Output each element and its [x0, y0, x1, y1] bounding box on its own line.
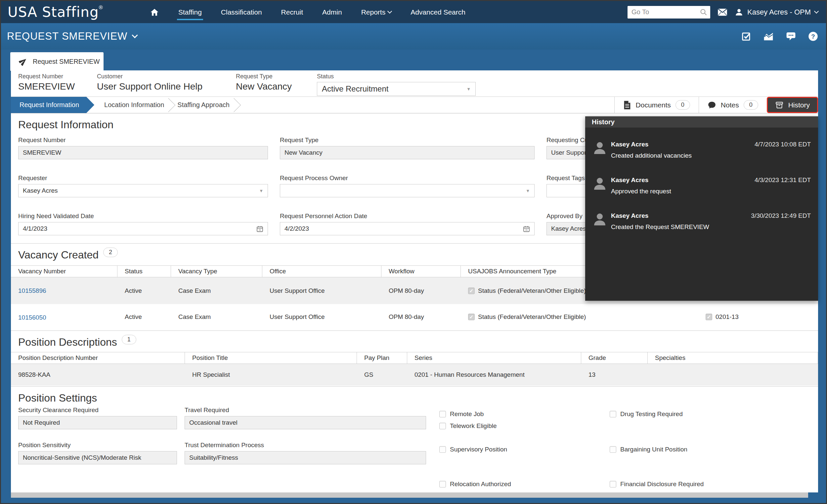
nav-admin[interactable]: Admin: [322, 8, 342, 16]
hiring-need-validated-date-field[interactable]: 4/1/2023 31: [18, 222, 268, 235]
history-entry: Kasey Acres Created additional vacancies…: [585, 137, 818, 172]
home-icon[interactable]: [150, 8, 159, 17]
vacancy-col-header: Vacancy Type: [171, 265, 262, 277]
checked-checkbox: ✓: [706, 314, 712, 320]
checkbox[interactable]: [439, 423, 446, 429]
request-number-label: Request Number: [18, 136, 268, 144]
tab-request-information[interactable]: Request Information: [11, 97, 94, 113]
pd-number: 98528-KAA: [11, 364, 185, 386]
history-entry-action: Created the Request SMEREVIEW: [611, 223, 810, 231]
summary-status-label: Status: [317, 73, 476, 80]
pd-pay-plan: GS: [357, 364, 407, 386]
vacancy-col-header: Workflow: [381, 265, 461, 277]
history-button[interactable]: History: [767, 97, 818, 113]
requester-select[interactable]: Kasey Acres ▼: [18, 184, 268, 197]
checkbox[interactable]: [610, 411, 616, 417]
nav-reports[interactable]: Reports: [361, 8, 392, 16]
pd-col-header: Pay Plan: [357, 352, 407, 364]
vacancy-number-link[interactable]: 10156050: [11, 304, 117, 331]
nav-advanced-search[interactable]: Advanced Search: [410, 8, 466, 16]
history-entry-action: Created additional vacancies: [611, 152, 810, 159]
history-panel-title: History: [585, 116, 818, 127]
top-navigation: USA Staffing ® Staffing Classification R…: [1, 1, 826, 23]
tasks-icon[interactable]: [741, 32, 751, 41]
avatar-icon: [592, 140, 608, 157]
summary-customer: User Support Online Help: [97, 81, 236, 92]
pd-title: HR Specialist: [185, 364, 357, 386]
vacancy-workflow: OPM 80-day: [381, 304, 461, 330]
vacancy-type: Case Exam: [171, 304, 262, 330]
tab-location-information[interactable]: Location Information: [94, 97, 170, 113]
mail-icon[interactable]: [718, 8, 727, 16]
security-clearance-label: Security Clearance Required: [18, 406, 177, 414]
chevron-down-icon: [387, 9, 392, 13]
vacancy-number-link[interactable]: 10155896: [11, 277, 117, 304]
svg-text:31: 31: [259, 229, 261, 231]
calendar-icon[interactable]: 31: [256, 225, 263, 232]
status-select[interactable]: Active Recruitment ▼: [317, 82, 476, 96]
nav-classification[interactable]: Classification: [221, 8, 262, 16]
history-entry-time: 4/7/2023 10:08 EDT: [755, 141, 811, 148]
vacancy-office: User Support Office: [262, 277, 381, 304]
pd-col-header: Position Description Number: [11, 352, 185, 364]
page-title[interactable]: REQUEST SMEREVIEW: [7, 31, 137, 42]
analytics-icon[interactable]: [763, 32, 774, 41]
checkbox[interactable]: [610, 481, 616, 488]
search-icon[interactable]: [700, 8, 708, 17]
checkbox-telework-eligible[interactable]: Telework Eligible: [439, 423, 497, 430]
calendar-icon[interactable]: 31: [523, 225, 530, 232]
horizontal-scrollbar[interactable]: [11, 493, 808, 498]
checkbox-financial-disclosure-required[interactable]: Financial Disclosure Required: [610, 481, 703, 488]
registered-mark: ®: [99, 5, 103, 11]
vacancy-announcement-type: ✓ Status (Federal/Veteran/Other Eligible…: [461, 304, 698, 330]
tab-staffing-approach[interactable]: Staffing Approach: [167, 97, 236, 113]
user-menu[interactable]: Kasey Acres - OPM: [735, 8, 818, 16]
pd-col-header: Position Title: [185, 352, 357, 364]
checkbox-supervisory-position[interactable]: Supervisory Position: [439, 446, 507, 453]
history-panel: History Kasey Acres Created additional v…: [585, 116, 818, 301]
checkbox[interactable]: [439, 446, 446, 453]
pd-grade: 13: [581, 364, 648, 386]
goto-search-input[interactable]: [628, 6, 710, 18]
feedback-icon[interactable]: [786, 32, 796, 41]
help-icon[interactable]: ?: [808, 32, 818, 41]
vacancy-count-badge: 2: [103, 247, 118, 257]
checkbox-relocation-authorized[interactable]: Relocation Authorized: [439, 481, 511, 488]
vacancy-col-header: Vacancy Number: [11, 265, 117, 277]
vacancy-col-header: Status: [117, 265, 171, 277]
workspace: Request SMEREVIEW Request Number SMEREVI…: [1, 50, 826, 503]
doc-tab-label: Request SMEREVIEW: [33, 58, 100, 65]
app-window: USA Staffing ® Staffing Classification R…: [0, 0, 827, 504]
summary-request-number-label: Request Number: [18, 73, 97, 80]
travel-required-field: Occasional travel: [185, 416, 426, 429]
vacancy-extra: ✓ 0201-13: [698, 304, 818, 330]
checkbox[interactable]: [439, 411, 446, 417]
notes-count-badge: 0: [744, 100, 758, 110]
request-process-owner-select[interactable]: ▼: [280, 184, 535, 197]
checkbox-remote-job[interactable]: Remote Job: [439, 410, 484, 418]
documents-count-badge: 0: [676, 100, 690, 110]
history-entry-action: Approved the request: [611, 188, 810, 195]
user-icon: [735, 8, 743, 16]
page-title-bar: REQUEST SMEREVIEW ?: [1, 23, 826, 50]
travel-required-label: Travel Required: [185, 406, 426, 414]
request-document-tab[interactable]: Request SMEREVIEW: [10, 52, 103, 71]
request-personnel-action-date-field[interactable]: 4/2/2023 31: [280, 222, 535, 235]
user-name: Kasey Acres - OPM: [747, 8, 811, 16]
nav-recruit[interactable]: Recruit: [281, 8, 303, 16]
note-bubble-icon: [708, 101, 716, 109]
checkbox[interactable]: [439, 481, 446, 488]
vacancy-status: Active: [117, 304, 171, 330]
pd-col-header: Specialties: [648, 352, 818, 364]
vacancy-created-title: Vacancy Created: [18, 247, 99, 262]
checkbox-drug-testing-required[interactable]: Drug Testing Required: [610, 410, 683, 418]
panel-buttons: Documents 0 Notes 0 History: [614, 97, 818, 113]
nav-staffing[interactable]: Staffing: [178, 8, 202, 16]
logo-text: USA Staffing: [8, 4, 99, 20]
checkbox[interactable]: [610, 446, 616, 453]
notes-button[interactable]: Notes 0: [699, 97, 767, 113]
pd-col-header: Grade: [581, 352, 648, 364]
request-type-field: New Vacancy: [280, 146, 535, 159]
documents-button[interactable]: Documents 0: [614, 97, 699, 113]
checkbox-bargaining-unit-position[interactable]: Bargaining Unit Position: [610, 446, 687, 453]
